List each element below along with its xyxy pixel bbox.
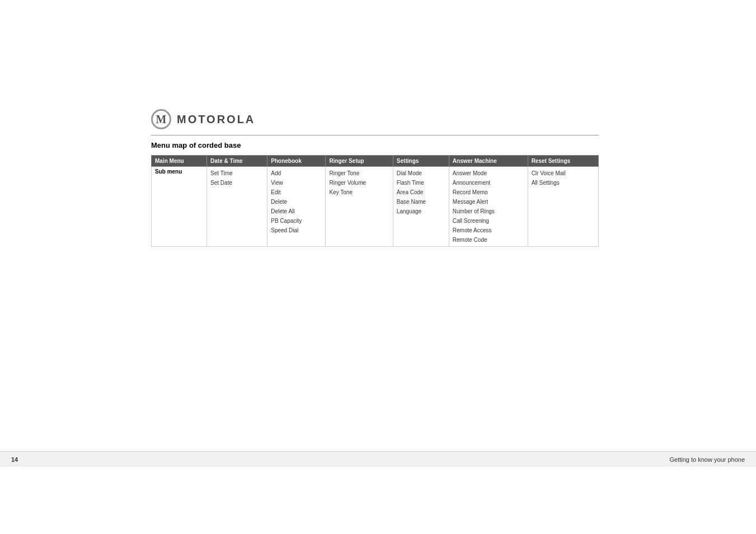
list-item: Edit xyxy=(271,188,322,197)
list-item: Remote Code xyxy=(453,235,524,245)
list-item: Flash Time xyxy=(397,178,445,188)
list-item: Clr Voice Mail xyxy=(532,168,595,178)
list-item: Language xyxy=(397,207,445,216)
settings-items: Dial Mode Flash Time Area Code Base Name… xyxy=(393,167,449,247)
list-item: Message Alert xyxy=(453,197,524,207)
list-item: Remote Access xyxy=(453,226,524,235)
page-container: M MOTOROLA Menu map of corded base Main … xyxy=(0,0,756,534)
list-item: Record Memo xyxy=(453,188,524,197)
table-row-submenu: Sub menu Set Time Set Date Add View Edit… xyxy=(152,167,599,247)
list-item: Announcement xyxy=(453,178,524,188)
logo-section: M MOTOROLA xyxy=(151,109,599,129)
sub-menu-label: Sub menu xyxy=(152,167,207,247)
header-settings: Settings xyxy=(393,156,449,167)
motorola-brand-name: MOTOROLA xyxy=(177,113,255,126)
list-item: Answer Mode xyxy=(453,168,524,178)
list-item: Ringer Tone xyxy=(329,168,389,178)
header-reset-settings: Reset Settings xyxy=(528,156,598,167)
list-item: View xyxy=(271,178,322,188)
motorola-logo: M xyxy=(151,109,171,129)
list-item: Add xyxy=(271,168,322,178)
list-item: Set Time xyxy=(210,168,264,178)
footer-description: Getting to know your phone xyxy=(669,456,745,463)
list-item: Base Name xyxy=(397,197,445,207)
ringer-setup-items: Ringer Tone Ringer Volume Key Tone xyxy=(326,167,393,247)
header-phonebook: Phonebook xyxy=(267,156,326,167)
header-divider xyxy=(151,135,599,135)
content-area: M MOTOROLA Menu map of corded base Main … xyxy=(151,109,599,247)
list-item: Speed Dial xyxy=(271,226,322,235)
footer-bar: 14 Getting to know your phone xyxy=(0,451,756,467)
phonebook-items: Add View Edit Delete Delete All PB Capac… xyxy=(267,167,326,247)
menu-map-table: Main Menu Date & Time Phonebook Ringer S… xyxy=(151,155,599,247)
list-item: Key Tone xyxy=(329,188,389,197)
header-date-time: Date & Time xyxy=(207,156,267,167)
list-item: Delete xyxy=(271,197,322,207)
list-item: PB Capacity xyxy=(271,216,322,226)
list-item: Set Date xyxy=(210,178,264,188)
reset-settings-items: Clr Voice Mail All Settings xyxy=(528,167,598,247)
list-item: Area Code xyxy=(397,188,445,197)
list-item: Delete All xyxy=(271,207,322,216)
header-main-menu: Main Menu xyxy=(152,156,207,167)
date-time-items: Set Time Set Date xyxy=(207,167,267,247)
page-number: 14 xyxy=(11,456,18,463)
header-answer-machine: Answer Machine xyxy=(449,156,528,167)
answer-machine-items: Answer Mode Announcement Record Memo Mes… xyxy=(449,167,528,247)
list-item: Ringer Volume xyxy=(329,178,389,188)
list-item: Number of Rings xyxy=(453,207,524,216)
section-title: Menu map of corded base xyxy=(151,141,599,149)
motorola-m-symbol: M xyxy=(156,113,167,126)
list-item: Dial Mode xyxy=(397,168,445,178)
list-item: Call Screening xyxy=(453,216,524,226)
list-item: All Settings xyxy=(532,178,595,188)
header-ringer-setup: Ringer Setup xyxy=(326,156,393,167)
